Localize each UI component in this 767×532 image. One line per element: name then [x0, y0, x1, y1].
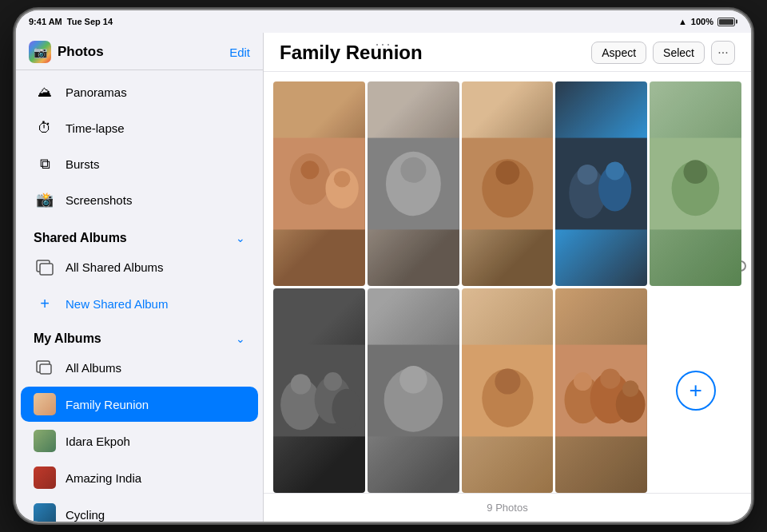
add-photos-cell[interactable]: +	[650, 288, 741, 493]
status-time: 9:41 AM	[29, 17, 62, 26]
svg-point-31	[399, 366, 427, 393]
svg-rect-1	[40, 264, 53, 275]
sidebar-item-timelapse-label: Time-lapse	[66, 121, 125, 135]
svg-point-14	[495, 161, 519, 185]
more-options-button[interactable]: ···	[711, 41, 735, 65]
photo-4[interactable]	[555, 81, 647, 286]
family-reunion-label: Family Reunion	[66, 398, 149, 411]
panoramas-icon: ⛰	[34, 81, 56, 103]
sidebar-item-panoramas-label: Panoramas	[66, 85, 127, 99]
all-shared-albums-label: All Shared Albums	[66, 260, 164, 274]
cycling-thumb	[34, 503, 56, 522]
photo-grid: +	[264, 72, 751, 493]
svg-point-19	[606, 161, 625, 180]
sidebar-item-bursts[interactable]: ⧉ Bursts	[21, 146, 258, 181]
svg-point-11	[400, 157, 426, 183]
photo-7[interactable]	[368, 288, 459, 493]
edit-button[interactable]: Edit	[229, 46, 250, 59]
battery-icon	[717, 18, 735, 26]
svg-rect-32	[462, 345, 554, 437]
timelapse-icon: ⏱	[34, 117, 56, 139]
svg-point-34	[495, 368, 520, 394]
svg-rect-20	[650, 138, 741, 230]
select-button[interactable]: Select	[653, 42, 705, 64]
photo-8[interactable]	[462, 288, 554, 493]
svg-point-26	[332, 389, 361, 430]
more-dots-icon: ···	[717, 46, 728, 60]
sidebar-item-cycling[interactable]: Cycling	[21, 497, 258, 522]
sidebar-item-screenshots[interactable]: 📸 Screenshots	[21, 182, 258, 217]
family-reunion-thumb	[34, 393, 56, 415]
shared-albums-section-header: Shared Albums ⌄	[16, 221, 263, 248]
svg-point-24	[280, 379, 321, 430]
sidebar-item-timelapse[interactable]: ⏱ Time-lapse	[21, 110, 258, 145]
shared-albums-title: Shared Albums	[34, 231, 127, 245]
content-title: Family Reunion	[280, 42, 423, 64]
svg-point-37	[590, 372, 631, 423]
status-bar: 9:41 AM Tue Sep 14 ▲ 100%	[16, 10, 751, 33]
svg-rect-12	[462, 138, 554, 230]
sidebar-item-new-shared[interactable]: + New Shared Album	[21, 286, 258, 321]
sidebar-item-screenshots-label: Screenshots	[66, 193, 132, 207]
svg-point-6	[325, 168, 358, 208]
amazing-india-thumb	[34, 466, 56, 489]
content-header: Family Reunion Aspect Select ···	[264, 33, 751, 72]
svg-rect-15	[555, 138, 647, 230]
my-albums-section-header: My Albums ⌄	[16, 322, 263, 349]
svg-point-10	[386, 152, 441, 216]
svg-point-22	[684, 160, 708, 184]
battery-label: 100%	[691, 17, 713, 26]
screenshots-icon: 📸	[34, 189, 56, 211]
idara-ekpoh-thumb	[34, 430, 56, 452]
main-area: 📷 Photos Edit ⛰ Panoramas ⏱ Time-lapse ⧉…	[16, 33, 751, 522]
sidebar-item-panoramas[interactable]: ⛰ Panoramas	[21, 74, 258, 109]
photo-5[interactable]	[650, 81, 741, 286]
svg-point-7	[300, 161, 319, 179]
my-albums-chevron[interactable]: ⌄	[236, 332, 245, 345]
wifi-icon: ▲	[678, 17, 687, 26]
sidebar-item-amazing-india[interactable]: Amazing India	[21, 460, 258, 495]
sidebar-item-idara-ekpoh[interactable]: Idara Ekpoh	[21, 423, 258, 459]
svg-point-40	[601, 368, 621, 388]
svg-point-25	[315, 376, 352, 424]
top-center-dots: ···	[375, 36, 391, 53]
sidebar-title: Photos	[58, 44, 104, 60]
bursts-icon: ⧉	[34, 153, 56, 175]
sidebar-item-bursts-label: Bursts	[66, 157, 100, 171]
add-photos-button[interactable]: +	[676, 371, 716, 411]
photo-count: 9 Photos	[487, 502, 527, 514]
photo-3[interactable]	[462, 81, 554, 286]
sidebar-item-family-reunion[interactable]: Family Reunion	[21, 387, 258, 422]
new-shared-plus-icon: +	[34, 292, 56, 315]
svg-point-5	[290, 153, 331, 204]
photo-6[interactable]	[273, 288, 365, 493]
content-footer: 9 Photos	[264, 493, 751, 522]
svg-rect-9	[368, 138, 459, 230]
all-albums-label: All Albums	[66, 361, 121, 375]
idara-ekpoh-label: Idara Ekpoh	[66, 435, 130, 448]
svg-point-41	[622, 380, 639, 397]
svg-point-36	[565, 376, 602, 424]
sidebar-item-all-albums[interactable]: All Albums	[21, 350, 258, 385]
aspect-button[interactable]: Aspect	[591, 42, 646, 64]
svg-point-17	[598, 165, 631, 211]
svg-point-18	[578, 165, 598, 185]
sidebar-item-all-shared[interactable]: All Shared Albums	[21, 249, 258, 284]
svg-point-16	[570, 167, 606, 218]
sidebar-header: 📷 Photos Edit	[16, 33, 263, 70]
svg-point-28	[324, 372, 342, 391]
svg-point-30	[384, 367, 442, 431]
content-area: Family Reunion Aspect Select ···	[264, 33, 751, 522]
photo-2[interactable]	[368, 81, 459, 286]
svg-point-33	[482, 368, 533, 427]
photo-1[interactable]	[273, 81, 365, 286]
status-date: Tue Sep 14	[67, 17, 113, 26]
sidebar: 📷 Photos Edit ⛰ Panoramas ⏱ Time-lapse ⧉…	[16, 33, 264, 522]
amazing-india-label: Amazing India	[66, 471, 141, 485]
svg-rect-3	[40, 364, 51, 374]
svg-rect-4	[273, 138, 365, 230]
header-actions: Aspect Select ···	[591, 41, 735, 65]
photo-9[interactable]	[555, 288, 647, 493]
shared-albums-icon	[34, 256, 56, 278]
shared-albums-chevron[interactable]: ⌄	[236, 232, 245, 244]
